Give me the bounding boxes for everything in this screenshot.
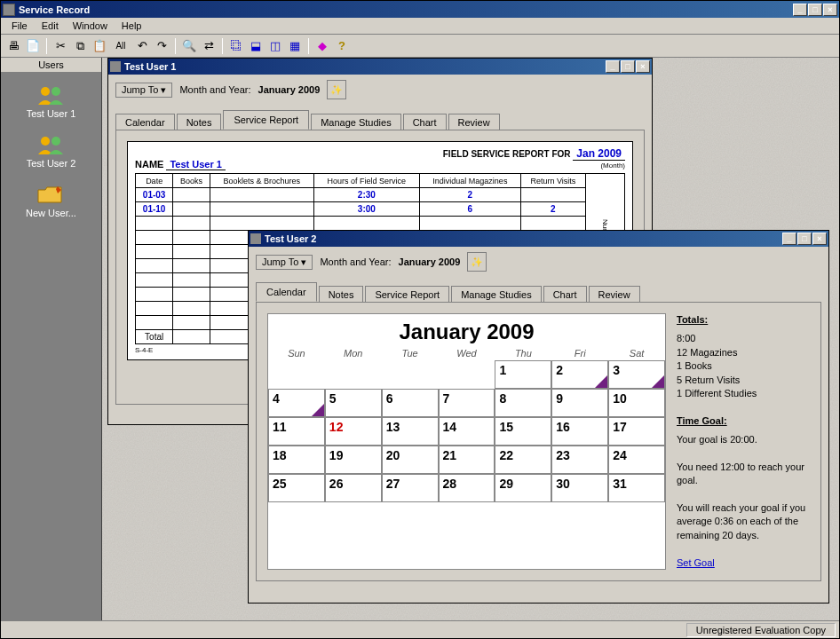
find-icon[interactable]: 🔍 [180, 37, 198, 55]
calendar-cell[interactable]: 1 [495, 360, 551, 389]
calendar-cell[interactable] [268, 360, 325, 389]
calendar-cell[interactable]: 17 [608, 417, 665, 446]
redo-icon[interactable]: ↷ [153, 37, 170, 55]
tab-service-report[interactable]: Service Report [223, 110, 309, 130]
calendar-cell[interactable]: 12 [325, 417, 382, 446]
child-close-button[interactable]: × [812, 233, 827, 245]
col-hours: Hours of Field Service [313, 174, 419, 188]
sidebar-item-user2[interactable]: Test User 2 [27, 135, 76, 169]
child-maximize-button[interactable]: □ [797, 233, 812, 245]
tab-manage-studies[interactable]: Manage Studies [311, 114, 401, 130]
calendar-cell[interactable] [439, 360, 495, 389]
tab-service-report[interactable]: Service Report [365, 286, 449, 303]
calendar-cell[interactable]: 11 [268, 417, 325, 446]
calendar-cell[interactable]: 26 [325, 474, 382, 502]
calendar-cell[interactable]: 16 [551, 417, 608, 446]
calendar-cell[interactable] [382, 360, 439, 389]
users-icon [36, 85, 65, 105]
calendar-cell[interactable]: 6 [382, 389, 439, 417]
calendar-cell[interactable]: 4 [268, 389, 325, 417]
table-row: 01-03 2:30 2 [136, 188, 625, 202]
toolbar: 🖶 📄 ✂ ⧉ 📋 All ↶ ↷ 🔍 ⇄ ⿻ ⬓ ◫ ▦ ◆ ? [1, 35, 839, 58]
tab-chart[interactable]: Chart [543, 286, 587, 303]
calendar-cell[interactable]: 27 [382, 474, 439, 502]
jump-to-button[interactable]: Jump To ▾ [256, 255, 313, 270]
calendar-cell[interactable]: 21 [439, 446, 495, 474]
tab-chart[interactable]: Chart [403, 114, 447, 130]
jump-to-button[interactable]: Jump To ▾ [115, 83, 172, 98]
calendar-cell[interactable]: 10 [608, 389, 665, 417]
replace-icon[interactable]: ⇄ [200, 37, 218, 55]
child-title: Test User 2 [265, 233, 782, 244]
calendar-dow: Wed [439, 346, 495, 360]
calendar-cell[interactable]: 3 [608, 360, 665, 389]
goal-line: Your goal is 20:00. [677, 433, 810, 446]
menu-edit[interactable]: Edit [35, 20, 66, 32]
calendar-cell[interactable]: 20 [382, 446, 439, 474]
calendar-grid: 1234567891011121314151617181920212223242… [268, 360, 665, 502]
tab-calendar[interactable]: Calendar [256, 282, 317, 302]
print-icon[interactable]: 🖶 [4, 37, 22, 55]
set-goal-link[interactable]: Set Goal [677, 557, 715, 568]
calendar-cell[interactable]: 23 [551, 446, 608, 474]
tile-vert-icon[interactable]: ◫ [266, 37, 284, 55]
erase-icon[interactable]: ◆ [313, 37, 331, 55]
cascade-icon[interactable]: ⿻ [227, 37, 245, 55]
child-titlebar[interactable]: Test User 1 _ □ × [108, 59, 652, 75]
calendar-cell[interactable] [325, 360, 382, 389]
menu-file[interactable]: File [4, 20, 35, 32]
minimize-button[interactable]: _ [793, 4, 807, 16]
maximize-button[interactable]: □ [808, 4, 822, 16]
calendar-cell[interactable]: 18 [268, 446, 325, 474]
calendar-cell[interactable]: 2 [551, 360, 608, 389]
child-minimize-button[interactable]: _ [606, 60, 620, 73]
calendar-dow: Fri [551, 346, 608, 360]
calendar-dow: Thu [495, 346, 551, 360]
tab-notes[interactable]: Notes [177, 114, 222, 130]
tabstrip: Calendar Notes Service Report Manage Stu… [256, 282, 821, 302]
calendar-cell[interactable]: 14 [439, 417, 495, 446]
calendar-cell[interactable]: 29 [495, 474, 551, 502]
tab-manage-studies[interactable]: Manage Studies [451, 286, 542, 303]
child-window-user2: Test User 2 _ □ × Jump To ▾ Month and Ye… [248, 230, 829, 604]
calendar-cell[interactable]: 19 [325, 446, 382, 474]
calendar-cell[interactable]: 22 [495, 446, 551, 474]
wizard-icon[interactable]: ✨ [327, 80, 346, 99]
calendar-cell[interactable]: 13 [382, 417, 439, 446]
calendar-cell[interactable]: 7 [439, 389, 495, 417]
child-close-button[interactable]: × [636, 60, 650, 73]
tab-calendar[interactable]: Calendar [115, 114, 175, 130]
calendar-cell[interactable]: 5 [325, 389, 382, 417]
select-all-button[interactable]: All [110, 37, 131, 55]
calendar-cell[interactable]: 28 [439, 474, 495, 502]
sidebar-item-newuser[interactable]: New User... [26, 185, 76, 218]
calendar-cell[interactable]: 30 [551, 474, 608, 502]
child-maximize-button[interactable]: □ [621, 60, 635, 73]
child-minimize-button[interactable]: _ [782, 233, 796, 245]
paste-icon[interactable]: 📋 [91, 37, 108, 55]
copy-icon[interactable]: ⧉ [71, 37, 89, 55]
menu-help[interactable]: Help [115, 20, 149, 32]
preview-icon[interactable]: 📄 [24, 37, 42, 55]
sidebar-header: Users [1, 58, 101, 73]
arrange-icon[interactable]: ▦ [286, 37, 304, 55]
tab-review[interactable]: Review [589, 286, 640, 303]
tab-review[interactable]: Review [448, 114, 500, 130]
calendar-cell[interactable]: 15 [495, 417, 551, 446]
calendar-cell[interactable]: 24 [608, 446, 665, 474]
tab-notes[interactable]: Notes [319, 286, 364, 303]
close-button[interactable]: × [823, 4, 837, 16]
calendar-cell[interactable]: 8 [495, 389, 551, 417]
calendar-dow-row: SunMonTueWedThuFriSat [268, 346, 665, 360]
tile-horiz-icon[interactable]: ⬓ [247, 37, 265, 55]
menu-window[interactable]: Window [66, 20, 115, 32]
help-icon[interactable]: ? [333, 37, 351, 55]
calendar-cell[interactable]: 31 [608, 474, 665, 502]
calendar-cell[interactable]: 9 [551, 389, 608, 417]
calendar-cell[interactable]: 25 [268, 474, 325, 502]
sidebar-item-user1[interactable]: Test User 1 [27, 85, 76, 119]
child-titlebar[interactable]: Test User 2 _ □ × [249, 231, 828, 247]
undo-icon[interactable]: ↶ [133, 37, 151, 55]
cut-icon[interactable]: ✂ [52, 37, 69, 55]
wizard-icon[interactable]: ✨ [467, 252, 487, 272]
